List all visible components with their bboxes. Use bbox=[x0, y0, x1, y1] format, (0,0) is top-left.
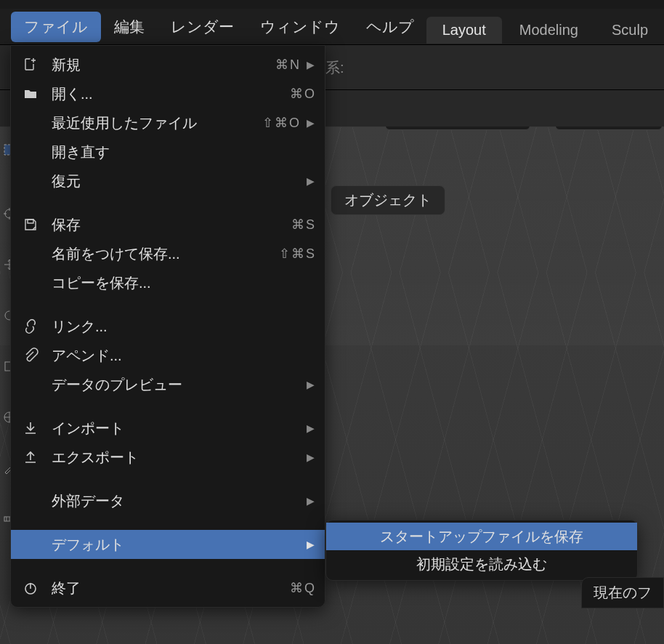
menu-item-save-as[interactable]: 名前をつけて保存... ⇧ ⌘ S bbox=[11, 239, 325, 268]
tooltip-text: 現在のフ bbox=[594, 584, 652, 600]
submenu-item-load-defaults[interactable]: 初期設定を読み込む bbox=[326, 550, 637, 578]
tab-sculpting[interactable]: Sculp bbox=[596, 17, 664, 44]
menu-item-new-label: 新規 bbox=[52, 55, 275, 75]
import-icon bbox=[23, 420, 52, 436]
attach-icon bbox=[23, 347, 52, 363]
menu-item-revert[interactable]: 開き直す bbox=[11, 137, 325, 166]
file-menu: 新規 ⌘ N ▶ 開く... ⌘ O 最近使用したファイル ⇧ ⌘ O ▶ 開き… bbox=[10, 45, 325, 608]
menu-item-data-preview-label: データのプレビュー bbox=[52, 375, 299, 395]
menu-item-save[interactable]: 保存 ⌘ S bbox=[11, 210, 325, 239]
tab-modeling[interactable]: Modeling bbox=[503, 17, 594, 44]
menu-item-quit[interactable]: 終了 ⌘ Q bbox=[11, 573, 325, 603]
tooltip: 現在のフ bbox=[581, 577, 664, 608]
menu-item-recover-label: 復元 bbox=[52, 172, 299, 191]
submenu-arrow-icon: ▶ bbox=[307, 539, 315, 550]
menu-render[interactable]: レンダー bbox=[158, 12, 247, 42]
menu-item-recent-shortcut: ⇧ ⌘ O bbox=[262, 115, 299, 131]
menu-edit[interactable]: 編集 bbox=[101, 12, 158, 42]
submenu-item-save-startup[interactable]: スタートアップファイルを保存 bbox=[326, 523, 637, 550]
submenu-arrow-icon: ▶ bbox=[307, 59, 315, 71]
submenu-item-load-defaults-label: 初期設定を読み込む bbox=[416, 555, 547, 574]
menu-item-append-label: アペンド... bbox=[52, 346, 315, 366]
submenu-arrow-icon: ▶ bbox=[307, 495, 315, 507]
menu-item-new[interactable]: 新規 ⌘ N ▶ bbox=[11, 50, 325, 79]
menu-file[interactable]: ファイル bbox=[11, 12, 101, 42]
new-file-icon bbox=[23, 57, 52, 73]
workspace-tabs: Layout Modeling Sculp bbox=[426, 15, 664, 45]
editor-object-menu[interactable]: オブジェクト bbox=[331, 185, 445, 215]
menu-item-link[interactable]: リンク... bbox=[11, 312, 325, 341]
folder-icon bbox=[23, 86, 52, 102]
svg-rect-8 bbox=[28, 220, 33, 223]
menu-item-revert-label: 開き直す bbox=[52, 142, 315, 162]
menu-item-export-label: エクスポート bbox=[52, 448, 299, 467]
defaults-submenu: スタートアップファイルを保存 初期設定を読み込む bbox=[325, 520, 638, 581]
menu-help[interactable]: ヘルプ bbox=[353, 12, 427, 42]
menu-item-save-as-label: 名前をつけて保存... bbox=[52, 244, 279, 264]
menu-window[interactable]: ウィンドウ bbox=[247, 12, 353, 42]
menu-item-import-label: インポート bbox=[52, 419, 299, 438]
menu-item-recover[interactable]: 復元 ▶ bbox=[11, 166, 325, 196]
menu-item-save-copy-label: コピーを保存... bbox=[52, 273, 315, 293]
menu-item-append[interactable]: アペンド... bbox=[11, 341, 325, 370]
menu-item-new-shortcut: ⌘ N bbox=[275, 57, 299, 73]
menu-item-import[interactable]: インポート ▶ bbox=[11, 414, 325, 443]
save-icon bbox=[23, 217, 52, 233]
menu-item-save-label: 保存 bbox=[52, 215, 291, 235]
menu-item-recent[interactable]: 最近使用したファイル ⇧ ⌘ O ▶ bbox=[11, 108, 325, 137]
submenu-arrow-icon: ▶ bbox=[307, 175, 315, 187]
submenu-arrow-icon: ▶ bbox=[307, 451, 315, 463]
menu-item-open-shortcut: ⌘ O bbox=[290, 86, 315, 102]
menu-item-data-preview[interactable]: データのプレビュー ▶ bbox=[11, 370, 325, 399]
menu-item-export[interactable]: エクスポート ▶ bbox=[11, 443, 325, 472]
menu-item-defaults[interactable]: デフォルト ▶ bbox=[11, 530, 325, 559]
menu-item-save-as-shortcut: ⇧ ⌘ S bbox=[279, 246, 315, 262]
menu-item-save-shortcut: ⌘ S bbox=[291, 217, 315, 233]
export-icon bbox=[23, 449, 52, 465]
menu-item-open[interactable]: 開く... ⌘ O bbox=[11, 79, 325, 108]
submenu-arrow-icon: ▶ bbox=[307, 422, 315, 434]
menu-item-link-label: リンク... bbox=[52, 317, 315, 337]
menu-item-quit-shortcut: ⌘ Q bbox=[290, 580, 315, 596]
submenu-arrow-icon: ▶ bbox=[307, 379, 315, 390]
submenu-item-save-startup-label: スタートアップファイルを保存 bbox=[380, 527, 583, 547]
menu-item-recent-label: 最近使用したファイル bbox=[52, 113, 262, 133]
tab-layout[interactable]: Layout bbox=[426, 17, 502, 44]
menu-item-open-label: 開く... bbox=[52, 84, 290, 104]
menu-item-defaults-label: デフォルト bbox=[52, 535, 299, 555]
menu-item-external-data-label: 外部データ bbox=[52, 491, 299, 511]
menu-item-save-copy[interactable]: コピーを保存... bbox=[11, 268, 325, 297]
menu-item-external-data[interactable]: 外部データ ▶ bbox=[11, 486, 325, 515]
submenu-arrow-icon: ▶ bbox=[307, 117, 315, 129]
power-icon bbox=[23, 580, 52, 596]
coord-system-label: 系: bbox=[325, 58, 344, 78]
link-icon bbox=[23, 318, 52, 334]
menu-item-quit-label: 終了 bbox=[52, 579, 290, 598]
